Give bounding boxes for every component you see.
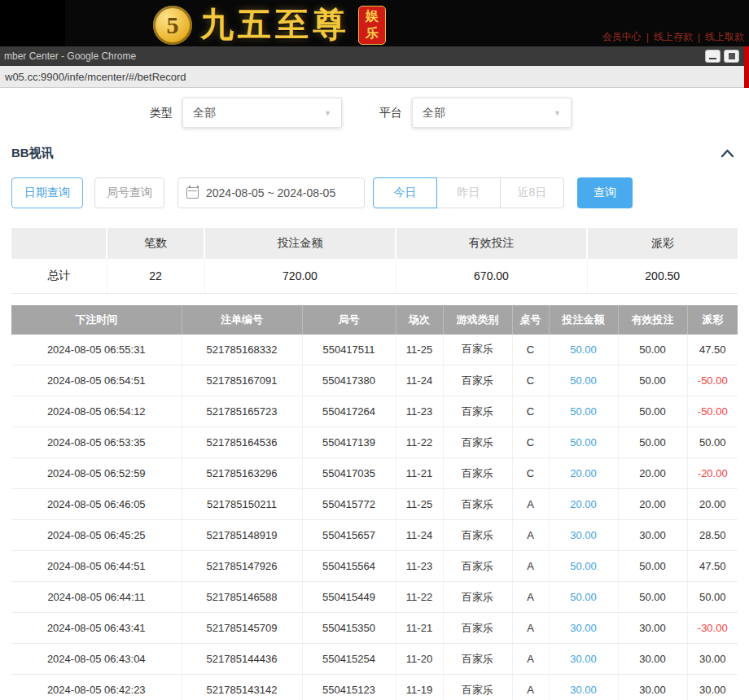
payout-cell: 28.50 [687, 520, 738, 551]
round-number-cell: 550417511 [302, 335, 396, 365]
url-text: w05.cc:9900/infe/mcenter/#/betRecord [5, 71, 186, 83]
today-button[interactable]: 今日 [373, 177, 437, 208]
chevron-up-icon [721, 149, 734, 158]
table-row: 2024-08-05 06:46:05521785150211550415772… [11, 489, 738, 520]
round-number-cell: 550415350 [302, 613, 396, 644]
bet-time-cell: 2024-08-05 06:43:04 [11, 644, 182, 675]
table-row: 2024-08-05 06:44:11521785146588550415449… [11, 582, 738, 613]
header-nav: 会员中心|线上存款|线上取款 [602, 30, 744, 44]
site-header: 5 九五至尊 娱乐 会员中心|线上存款|线上取款 [0, 0, 749, 46]
date-range-input[interactable]: 2024-08-05 ~ 2024-08-05 [177, 177, 365, 208]
round-number-cell: 550415449 [302, 582, 396, 613]
coin-logo-icon: 5 [153, 6, 192, 45]
payout-cell: -20.00 [687, 458, 738, 489]
round-number-cell: 550415254 [302, 644, 396, 675]
bet-time-cell: 2024-08-05 06:44:51 [11, 551, 182, 582]
bet-amount-cell[interactable]: 30.00 [549, 613, 618, 644]
bet-header-cell: 有效投注 [618, 305, 687, 335]
round-number-cell: 550415123 [302, 675, 396, 700]
valid-bet-cell: 50.00 [618, 427, 687, 458]
window-controls [705, 50, 739, 63]
collapse-button[interactable] [721, 149, 734, 158]
coin-number: 5 [167, 11, 179, 39]
red-edge-strip [744, 46, 749, 88]
bet-time-cell: 2024-08-05 06:44:11 [11, 582, 182, 613]
type-filter-label: 类型 [150, 106, 173, 120]
round-number-cell: 550417035 [302, 458, 396, 489]
bet-number-cell: 521785164536 [182, 427, 302, 458]
bet-amount-cell[interactable]: 50.00 [549, 551, 618, 582]
table-row: 2024-08-05 06:43:41521785145709550415350… [11, 613, 738, 644]
bet-amount-cell[interactable]: 50.00 [549, 427, 618, 458]
table-row: 2024-08-05 06:54:12521785165723550417264… [11, 396, 738, 427]
summary-value-cell: 720.00 [204, 259, 396, 293]
bet-table: 下注时间注单编号局号场次游戏类别桌号投注金额有效投注派彩 2024-08-05 … [11, 305, 738, 700]
yesterday-button[interactable]: 昨日 [436, 177, 501, 208]
bet-amount-cell[interactable]: 30.00 [549, 520, 618, 551]
table-number-cell: A [512, 520, 549, 551]
session-cell: 11-23 [396, 551, 443, 582]
bet-amount-cell[interactable]: 30.00 [549, 644, 618, 675]
maximize-button[interactable] [724, 50, 739, 63]
recent8-button[interactable]: 近8日 [500, 177, 564, 208]
table-row: 2024-08-05 06:42:23521785143142550415123… [11, 675, 738, 700]
nav-link-1[interactable]: 线上存款 [654, 30, 693, 44]
bet-amount-cell[interactable]: 20.00 [549, 458, 618, 489]
bet-number-cell: 521785146588 [182, 582, 302, 613]
game-type-cell: 百家乐 [443, 396, 512, 427]
bet-amount-cell[interactable]: 50.00 [549, 365, 618, 396]
table-number-cell: C [512, 396, 549, 427]
bet-number-cell: 521785143142 [182, 675, 302, 700]
bet-time-cell: 2024-08-05 06:55:31 [11, 335, 182, 365]
section-title: BB视讯 [11, 146, 54, 161]
table-number-cell: A [512, 489, 549, 520]
bet-amount-cell[interactable]: 30.00 [549, 675, 618, 700]
search-button[interactable]: 查询 [577, 177, 633, 208]
bet-number-cell: 521785147926 [182, 551, 302, 582]
valid-bet-cell: 30.00 [618, 644, 687, 675]
table-row: 2024-08-05 06:55:31521785168332550417511… [11, 335, 738, 365]
summary-header-cell: 有效投注 [396, 228, 587, 259]
bet-header-cell: 游戏类别 [443, 305, 512, 335]
site-logo: 5 九五至尊 娱乐 [153, 2, 386, 47]
bet-time-cell: 2024-08-05 06:46:05 [11, 489, 182, 520]
bet-amount-cell[interactable]: 20.00 [549, 489, 618, 520]
valid-bet-cell: 50.00 [618, 365, 687, 396]
bet-amount-cell[interactable]: 50.00 [549, 335, 618, 365]
table-row: 2024-08-05 06:54:51521785167091550417380… [11, 365, 738, 396]
game-type-cell: 百家乐 [443, 613, 512, 644]
quick-range-group: 今日 昨日 近8日 [373, 177, 564, 208]
bet-header-cell: 注单编号 [182, 305, 302, 335]
session-cell: 11-24 [396, 365, 443, 396]
minimize-button[interactable] [705, 50, 721, 63]
nav-link-0[interactable]: 会员中心 [602, 30, 642, 44]
table-row: 2024-08-05 06:52:59521785163296550417035… [11, 458, 738, 489]
type-select[interactable]: 全部 ▼ [182, 98, 342, 128]
main-content: 类型 全部 ▼ 平台 全部 ▼ BB视讯 日期查询 局号查询 [0, 88, 749, 700]
valid-bet-cell: 20.00 [618, 489, 687, 520]
bet-number-cell: 521785144436 [182, 644, 302, 675]
header-left-block [0, 0, 65, 46]
platform-select[interactable]: 全部 ▼ [412, 98, 572, 128]
round-number-cell: 550415564 [302, 551, 396, 582]
bet-number-cell: 521785167091 [182, 365, 302, 396]
bet-amount-cell[interactable]: 50.00 [549, 396, 618, 427]
valid-bet-cell: 20.00 [618, 458, 687, 489]
round-query-button[interactable]: 局号查询 [94, 177, 164, 208]
game-type-cell: 百家乐 [443, 489, 512, 520]
bet-amount-cell[interactable]: 50.00 [549, 582, 618, 613]
session-cell: 11-22 [396, 427, 443, 458]
table-number-cell: A [512, 675, 549, 700]
bet-header-cell: 下注时间 [11, 305, 182, 335]
session-cell: 11-22 [396, 582, 443, 613]
valid-bet-cell: 50.00 [618, 335, 687, 365]
bet-time-cell: 2024-08-05 06:52:59 [11, 458, 182, 489]
url-bar[interactable]: w05.cc:9900/infe/mcenter/#/betRecord [0, 66, 749, 88]
bet-header-cell: 派彩 [687, 305, 738, 335]
date-query-button[interactable]: 日期查询 [11, 177, 83, 208]
section-header: BB视讯 [0, 146, 749, 161]
session-cell: 11-25 [396, 335, 443, 365]
session-cell: 11-24 [396, 520, 443, 551]
nav-link-2[interactable]: 线上取款 [705, 30, 744, 44]
payout-cell: -50.00 [687, 396, 738, 427]
